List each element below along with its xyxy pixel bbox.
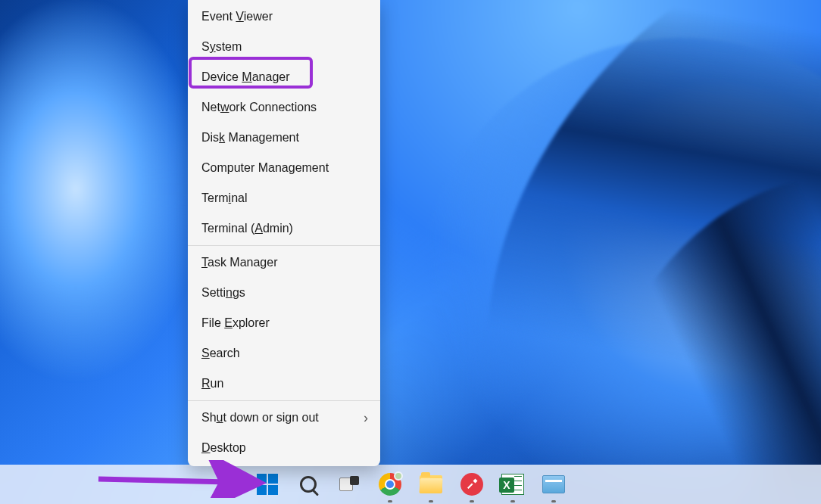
menu-event-viewer[interactable]: Event Viewer [188, 2, 380, 32]
menu-computer-management[interactable]: Computer Management [188, 153, 380, 183]
task-view-button[interactable] [333, 468, 365, 500]
winx-context-menu: Event ViewerSystemDevice ManagerNetwork … [188, 0, 380, 466]
menu-desktop[interactable]: Desktop [188, 433, 380, 463]
search-icon [300, 476, 317, 493]
menu-device-manager[interactable]: Device Manager [188, 62, 380, 92]
menu-task-manager[interactable]: Task Manager [188, 247, 380, 278]
menu-settings[interactable]: Settings [188, 278, 380, 308]
file-explorer-app[interactable] [415, 468, 447, 500]
menu-search[interactable]: Search [188, 338, 380, 369]
excel-icon [501, 474, 524, 495]
run-app[interactable] [538, 468, 570, 500]
run-icon [542, 475, 565, 493]
chrome-app[interactable] [374, 468, 406, 500]
menu-run[interactable]: Run [188, 369, 380, 399]
menu-file-explorer[interactable]: File Explorer [188, 308, 380, 338]
start-button[interactable] [251, 468, 283, 500]
menu-disk-management[interactable]: Disk Management [188, 123, 380, 153]
snipaste-app[interactable] [456, 468, 488, 500]
snipaste-icon [460, 473, 483, 496]
menu-separator [188, 400, 380, 401]
menu-separator [188, 245, 380, 246]
task-view-icon [339, 476, 359, 493]
excel-app[interactable] [497, 468, 529, 500]
menu-shutdown[interactable]: Shut down or sign out [188, 403, 380, 433]
folder-icon [420, 475, 442, 493]
taskbar [0, 465, 821, 504]
menu-system[interactable]: System [188, 32, 380, 62]
windows-logo-icon [257, 474, 278, 495]
menu-terminal-admin[interactable]: Terminal (Admin) [188, 213, 380, 244]
menu-terminal[interactable]: Terminal [188, 183, 380, 213]
desktop-wallpaper: Event ViewerSystemDevice ManagerNetwork … [0, 0, 821, 504]
search-button[interactable] [292, 468, 324, 500]
menu-network-connections[interactable]: Network Connections [188, 92, 380, 123]
chrome-icon [379, 473, 401, 496]
